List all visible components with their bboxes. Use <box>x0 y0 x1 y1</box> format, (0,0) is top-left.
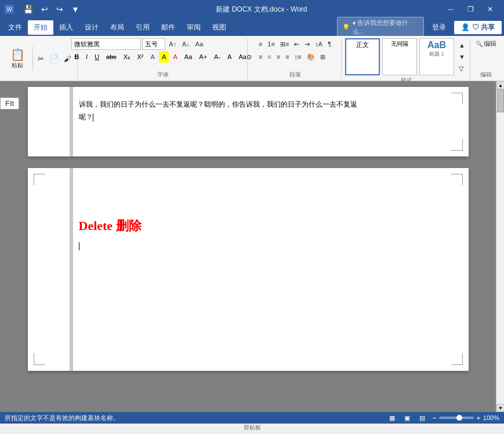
strikethrough-button[interactable]: abc <box>103 51 119 63</box>
menu-layout[interactable]: 布局 <box>104 20 130 35</box>
clipboard-group: 📋 粘贴 ✂ 📄 🖌 剪贴板 <box>3 38 78 79</box>
share-button[interactable]: 👤 ♡ 共享 <box>454 21 502 34</box>
highlight-button[interactable]: A <box>159 51 169 63</box>
delete-text: Delete 删除 <box>79 214 422 238</box>
multilevel-button[interactable]: ⊞≡ <box>278 38 291 50</box>
search-glass-icon: 🔍 <box>476 41 483 47</box>
title-bar: W 💾 ↩ ↪ ▼ 新建 DOCX 文档.docx - Word ─ ❐ ✕ <box>0 0 504 19</box>
justify-button[interactable]: ≡ <box>283 51 291 63</box>
page-1: 诉我，我们的日子为什么一去不复返呢？聪明的，你告诉我，我们的日子为什么一去不复返… <box>28 87 469 156</box>
style-nospace-label: 无间隔 <box>386 40 413 48</box>
menu-mailings[interactable]: 邮件 <box>155 20 181 35</box>
tell-me-bar[interactable]: 💡 ♦ 告诉我您想要做什么... <box>337 17 424 38</box>
italic-button[interactable]: I <box>83 51 90 63</box>
menu-home[interactable]: 开始 <box>28 20 53 35</box>
page1-content[interactable]: 诉我，我们的日子为什么一去不复返呢？聪明的，你告诉我，我们的日子为什么一去不复返… <box>74 99 422 123</box>
view-print-button[interactable]: ▦ <box>387 412 397 424</box>
decrease-indent-button[interactable]: ⇤ <box>292 38 302 50</box>
align-center-button[interactable]: ≡ <box>265 51 273 63</box>
align-left-button[interactable]: ≡ <box>256 51 264 63</box>
restore-button[interactable]: ❐ <box>461 2 480 16</box>
clear-format-button[interactable]: Aa <box>193 38 205 50</box>
show-marks-button[interactable]: ¶ <box>325 38 333 50</box>
text-effect-button[interactable]: A <box>147 51 158 63</box>
login-button[interactable]: 登录 <box>429 21 449 34</box>
menu-design[interactable]: 设计 <box>79 20 104 35</box>
find-button[interactable]: 🔍 编辑 <box>474 38 498 49</box>
scroll-down-arrow[interactable]: ▼ <box>496 404 504 412</box>
shrink-font-button[interactable]: A- <box>211 51 223 63</box>
decrease-font-button[interactable]: A↓ <box>180 38 192 50</box>
undo-button[interactable]: ↩ <box>39 3 50 15</box>
font-name-input[interactable] <box>71 38 141 50</box>
sort-button[interactable]: ↕A <box>313 38 325 50</box>
cut-button[interactable]: ✂ <box>35 53 46 64</box>
title-bar-left: W 💾 ↩ ↪ ▼ <box>5 3 82 15</box>
font-size-input[interactable] <box>142 38 165 50</box>
vertical-scrollbar[interactable]: ▲ ▼ <box>496 81 504 412</box>
grow-font-button[interactable]: A+ <box>196 51 210 63</box>
increase-indent-button[interactable]: ⇥ <box>302 38 312 50</box>
scroll-thumb[interactable] <box>497 89 504 112</box>
left-margin <box>70 87 73 156</box>
menu-references[interactable]: 引用 <box>130 20 155 35</box>
numbering-button[interactable]: 1≡ <box>265 38 277 50</box>
ribbon: 📋 粘贴 ✂ 📄 🖌 剪贴板 A↑ A↓ Aa B I <box>0 36 504 81</box>
align-right-button[interactable]: ≡ <box>274 51 282 63</box>
bullets-button[interactable]: ≡ <box>256 38 264 50</box>
font-color-button[interactable]: A <box>170 51 180 63</box>
superscript-button[interactable]: X² <box>134 51 146 63</box>
page2-content[interactable]: Delete 删除 <box>74 191 422 252</box>
minimize-button[interactable]: ─ <box>441 2 460 16</box>
page1-text-line2: 呢？ <box>79 111 422 124</box>
scroll-track[interactable] <box>496 89 504 404</box>
menu-review[interactable]: 审阅 <box>181 20 206 35</box>
subscript-button[interactable]: X₂ <box>121 51 133 63</box>
menu-view[interactable]: 视图 <box>206 20 232 35</box>
cursor-position[interactable] <box>79 240 422 253</box>
customize-button[interactable]: ▼ <box>69 3 82 15</box>
menu-file[interactable]: 文件 <box>2 20 28 35</box>
word-icon: W <box>5 5 14 14</box>
font-case-button[interactable]: Aa <box>182 51 195 63</box>
style-gallery: 正文 无间隔 AaB 标题 1 ▲ ▼ ▽ <box>345 38 467 75</box>
shading-button[interactable]: 🎨 <box>304 51 317 63</box>
style-heading1[interactable]: AaB 标题 1 <box>419 38 454 75</box>
document-scroll[interactable]: 诉我，我们的日子为什么一去不复返呢？聪明的，你告诉我，我们的日子为什么一去不复返… <box>0 81 496 412</box>
underline-button[interactable]: U <box>92 51 102 63</box>
save-button[interactable]: 💾 <box>21 3 35 15</box>
paste-button[interactable]: 📋 粘贴 <box>6 46 29 71</box>
styles-scroll-down[interactable]: ▼ <box>456 51 467 63</box>
increase-font-button[interactable]: A↑ <box>166 38 179 50</box>
scroll-up-arrow[interactable]: ▲ <box>496 81 504 89</box>
styles-expand[interactable]: ▽ <box>456 63 467 74</box>
clipboard-label: 剪贴板 <box>244 424 261 432</box>
search-placeholder: ♦ 告诉我您想要做什么... <box>353 19 419 36</box>
redo-button[interactable]: ↪ <box>54 3 66 15</box>
text-cursor-1 <box>93 114 93 122</box>
menu-insert[interactable]: 插入 <box>53 20 79 35</box>
style-nospace[interactable]: 无间隔 <box>382 38 417 75</box>
text-outline-button[interactable]: A <box>224 51 234 63</box>
zoom-out-button[interactable]: − <box>432 414 437 422</box>
styles-scroll-up[interactable]: ▲ <box>456 39 467 51</box>
bold-button[interactable]: B <box>71 51 82 63</box>
close-button[interactable]: ✕ <box>481 2 499 16</box>
styles-group: 正文 无间隔 AaB 标题 1 ▲ ▼ ▽ 样式 <box>343 38 470 85</box>
zoom-slider[interactable] <box>439 417 474 419</box>
line-spacing-button[interactable]: ↕≡ <box>292 51 304 63</box>
copy-button[interactable]: 📄 <box>47 53 61 64</box>
left-margin-2 <box>70 168 73 371</box>
zoom-in-button[interactable]: + <box>476 414 481 422</box>
search-icon: 💡 <box>342 24 350 31</box>
view-read-button[interactable]: ▤ <box>417 412 427 424</box>
style-normal[interactable]: 正文 <box>345 38 380 75</box>
view-web-button[interactable]: ▣ <box>402 412 412 424</box>
corner-tr <box>451 93 463 104</box>
zoom-thumb[interactable] <box>456 415 462 421</box>
text-cursor-2 <box>79 242 79 250</box>
menu-bar-right: 💡 ♦ 告诉我您想要做什么... 登录 👤 ♡ 共享 <box>337 17 502 38</box>
borders-button[interactable]: ⊞ <box>318 51 328 63</box>
quick-access-toolbar: 💾 ↩ ↪ ▼ <box>21 3 82 15</box>
fit-button[interactable]: FIt <box>0 97 19 110</box>
